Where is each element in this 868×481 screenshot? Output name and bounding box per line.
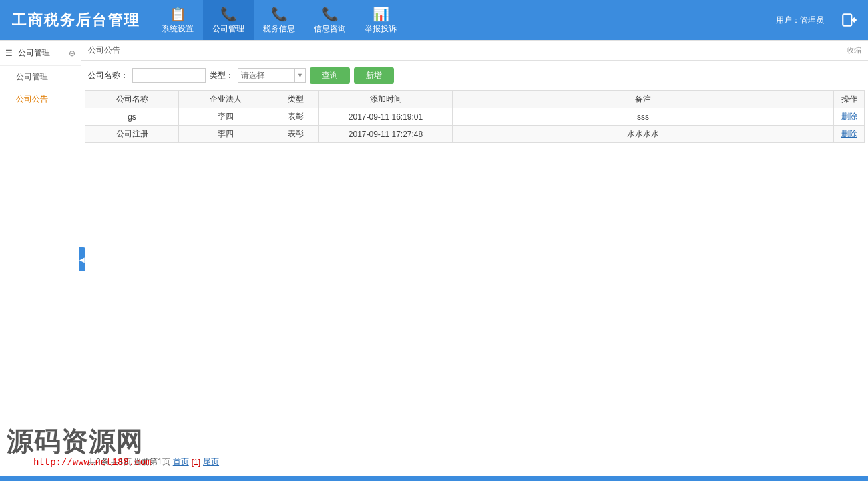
phone-icon: 📞 <box>220 6 237 22</box>
app-logo: 工商税务后台管理 <box>0 0 152 40</box>
menu-icon: ☰ <box>5 49 13 58</box>
data-table: 公司名称 企业法人 类型 添加时间 备注 操作 gs 李四 表彰 2017-09… <box>85 90 865 143</box>
company-name-label: 公司名称： <box>88 70 128 82</box>
cell-type: 表彰 <box>272 108 319 126</box>
th-legal: 企业法人 <box>179 91 272 108</box>
chevron-down-icon: ▼ <box>294 69 305 82</box>
minus-circle-icon[interactable]: ⊖ <box>69 49 75 58</box>
pager-current: [1] <box>192 458 200 467</box>
clipboard-icon: 📋 <box>170 6 186 22</box>
filter-bar: 公司名称： 类型： 请选择 ▼ 查询 新增 <box>81 61 868 90</box>
content-area: 公司公告 收缩 公司名称： 类型： 请选择 ▼ 查询 新增 公司名称 企业法人 <box>81 41 868 476</box>
table-header-row: 公司名称 企业法人 类型 添加时间 备注 操作 <box>85 91 865 108</box>
table-row: 公司注册 李四 表彰 2017-09-11 17:27:48 水水水水 删除 <box>85 126 865 143</box>
user-info: 用户：管理员 <box>776 15 824 26</box>
cell-time: 2017-09-11 17:27:48 <box>319 126 453 143</box>
pager-summary: 共2条 共1页 当前第1页 <box>88 456 170 468</box>
th-remark: 备注 <box>453 91 834 108</box>
sidebar: ☰ 公司管理 ⊖ 公司管理 公司公告 <box>0 41 81 476</box>
pager-first[interactable]: 首页 <box>173 456 189 468</box>
company-name-input[interactable] <box>132 68 206 83</box>
header-right: 用户：管理员 <box>776 0 868 40</box>
cell-remark: 水水水水 <box>453 126 834 143</box>
th-time: 添加时间 <box>319 91 453 108</box>
cell-name: gs <box>85 108 179 126</box>
cell-legal: 李四 <box>179 108 272 126</box>
sidebar-item-company-notice[interactable]: 公司公告 <box>0 88 81 110</box>
cell-action: 删除 <box>834 108 865 126</box>
top-nav: 📋 系统设置 📞 公司管理 📞 税务信息 📞 信息咨询 📊 举报投诉 <box>152 0 406 40</box>
table-row: gs 李四 表彰 2017-09-11 16:19:01 sss 删除 <box>85 108 865 126</box>
nav-tax-info[interactable]: 📞 税务信息 <box>254 0 304 40</box>
th-type: 类型 <box>272 91 319 108</box>
nav-label: 公司管理 <box>212 23 244 35</box>
collapse-button[interactable]: 收缩 <box>847 45 861 55</box>
new-button[interactable]: 新增 <box>354 67 394 84</box>
delete-link[interactable]: 删除 <box>841 112 857 121</box>
sidebar-title: 公司管理 <box>18 47 69 59</box>
pager-last[interactable]: 尾页 <box>203 456 219 468</box>
sidebar-item-company-mgmt[interactable]: 公司管理 <box>0 66 81 88</box>
cell-remark: sss <box>453 108 834 126</box>
sidebar-header[interactable]: ☰ 公司管理 ⊖ <box>0 41 81 66</box>
table-container: 公司名称 企业法人 类型 添加时间 备注 操作 gs 李四 表彰 2017-09… <box>81 90 868 476</box>
nav-system-settings[interactable]: 📋 系统设置 <box>152 0 203 40</box>
delete-link[interactable]: 删除 <box>841 129 857 138</box>
header-bar: 工商税务后台管理 📋 系统设置 📞 公司管理 📞 税务信息 📞 信息咨询 📊 举… <box>0 0 868 40</box>
cell-time: 2017-09-11 16:19:01 <box>319 108 453 126</box>
phone-icon: 📞 <box>271 6 288 22</box>
nav-info-query[interactable]: 📞 信息咨询 <box>304 0 355 40</box>
bottom-accent-bar <box>0 476 868 481</box>
th-name: 公司名称 <box>85 91 179 108</box>
breadcrumb-bar: 公司公告 收缩 <box>81 41 868 61</box>
nav-company-mgmt[interactable]: 📞 公司管理 <box>203 0 254 40</box>
phone-icon: 📞 <box>322 6 339 22</box>
cell-legal: 李四 <box>179 126 272 143</box>
cell-type: 表彰 <box>272 126 319 143</box>
nav-label: 举报投诉 <box>365 23 397 35</box>
sidebar-collapse-tab[interactable]: ◀ <box>79 247 85 271</box>
type-label: 类型： <box>210 70 234 82</box>
nav-label: 信息咨询 <box>314 23 346 35</box>
chart-icon: 📊 <box>373 6 389 22</box>
svg-rect-0 <box>843 14 851 25</box>
search-button[interactable]: 查询 <box>310 67 350 84</box>
nav-report-complaint[interactable]: 📊 举报投诉 <box>355 0 406 40</box>
logout-icon[interactable] <box>837 8 861 32</box>
type-select[interactable]: 请选择 ▼ <box>238 68 306 83</box>
type-select-value: 请选择 <box>241 70 265 82</box>
cell-name: 公司注册 <box>85 126 179 143</box>
nav-label: 系统设置 <box>162 23 194 35</box>
cell-action: 删除 <box>834 126 865 143</box>
breadcrumb-title: 公司公告 <box>88 45 120 56</box>
nav-label: 税务信息 <box>263 23 295 35</box>
pager: 共2条 共1页 当前第1页 首页 [1] 尾页 <box>88 456 219 468</box>
th-action: 操作 <box>834 91 865 108</box>
